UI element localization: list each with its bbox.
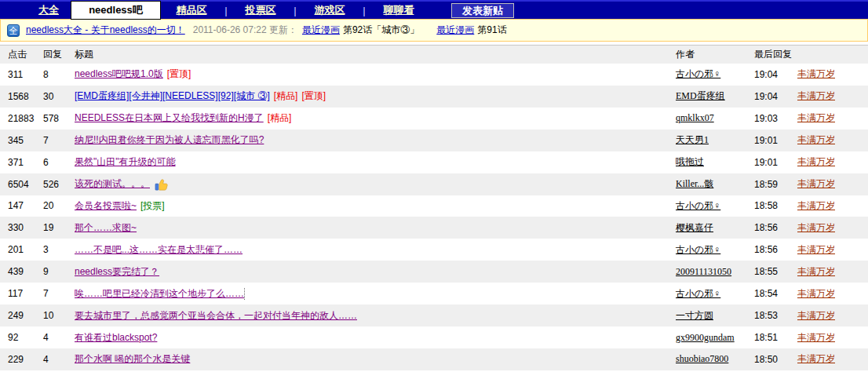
reply-count: 10 [43,310,75,321]
thread-tag: [精品] [268,111,292,125]
reply-count: 30 [43,91,75,102]
thread-row: 21883578NEEDLESS在日本网上又给我找到新的H漫了[精品]qmklk… [0,108,868,129]
thread-row: 1177唉……吧里已经冷清到这个地步了么……古小の邪♀18:54丰满万岁 [0,283,868,305]
author-link[interactable]: 古小の邪♀ [676,244,720,255]
author-cell: 一寸方圆 [676,309,754,323]
latest-comic-link-2[interactable]: 最近漫画 [436,24,474,37]
last-reply-cell: 丰满万岁 [797,89,868,103]
thread-title-link[interactable]: [EMD蛋疼组][今井神][NEEDLESS][92][城市 ③] [75,89,270,103]
nav-tab-1[interactable]: needless吧 [71,1,161,20]
thread-title-link[interactable]: 那个……求图~ [75,221,137,235]
nav-tab-4[interactable]: 游戏区 [299,3,360,17]
thread-title-link[interactable]: 唉……吧里已经冷清到这个地步了么…… [75,287,244,301]
author-link[interactable]: 天天男1 [676,134,709,145]
click-count: 229 [8,354,43,365]
thread-title-link[interactable]: needless吧吧规1.0版 [75,67,163,81]
author-cell: EMD蛋疼组 [676,89,754,103]
nav-tab-3[interactable]: 投票区 [230,3,291,17]
author-link[interactable]: 樱枫嘉仔 [676,222,713,233]
author-link[interactable]: 古小の邪♀ [676,68,720,79]
reply-count: 8 [43,69,75,80]
thread-row: 4399needless要完结了？20091113105018:55丰满万岁 [0,261,868,283]
author-link[interactable]: 古小の邪♀ [676,200,720,211]
announcement-link[interactable]: needless大全 - 关于needless的一切！ [26,24,185,37]
title-cell: 该死的测试。。。 [75,177,676,191]
title-cell: NEEDLESS在日本网上又给我找到新的H漫了[精品] [75,111,676,125]
author-link[interactable]: gx9900gundam [676,332,735,343]
click-count: 21883 [8,113,43,124]
last-reply-cell: 丰满万岁 [797,309,868,323]
thread-row: 924有谁看过blackspot?gx9900gundam18:51丰满万岁 [0,326,868,348]
author-cell: qmklkx07 [676,112,754,124]
last-reply-link[interactable]: 丰满万岁 [797,156,835,167]
last-reply-link[interactable]: 丰满万岁 [797,353,835,364]
reply-count: 4 [43,332,75,343]
click-count: 249 [8,310,43,321]
reply-count: 7 [43,288,75,299]
last-reply-link[interactable]: 丰满万岁 [797,310,835,321]
last-reply-link[interactable]: 丰满万岁 [797,134,835,145]
thread-tag: [置顶] [167,67,191,81]
last-reply-link[interactable]: 丰满万岁 [797,200,835,211]
nav-tab-0[interactable]: 大全 [27,3,71,17]
thread-row: 14720会员名投票啦~[投票]古小の邪♀18:58丰满万岁 [0,195,868,217]
last-reply-link[interactable]: 丰满万岁 [797,244,835,255]
update-timestamp: 2011-06-26 07:22 更新： [193,24,297,37]
last-reply-link[interactable]: 丰满万岁 [797,112,835,123]
thread-title-link[interactable]: needless要完结了？ [75,265,159,279]
author-link[interactable]: 一寸方圆 [676,310,713,321]
author-link[interactable]: Killer...骸 [676,178,713,189]
last-reply-link[interactable]: 丰满万岁 [797,178,835,189]
thread-title-link[interactable]: NEEDLESS在日本网上又给我找到新的H漫了 [75,111,264,125]
author-link[interactable]: qmklkx07 [676,112,714,123]
nav-tab-2[interactable]: 精品区 [161,3,222,17]
last-reply-time: 18:54 [754,288,797,299]
thread-row: 156830[EMD蛋疼组][今井神][NEEDLESS][92][城市 ③][… [0,86,868,108]
thread-list: 3118needless吧吧规1.0版[置顶]古小の邪♀19:04丰满万岁156… [0,64,868,370]
last-reply-link[interactable]: 丰满万岁 [797,266,835,277]
announcement-bar: 全 needless大全 - 关于needless的一切！ 2011-06-26… [0,19,868,42]
author-link[interactable]: 哦拖过 [676,156,704,167]
last-reply-cell: 丰满万岁 [797,67,868,81]
last-reply-cell: 丰满万岁 [797,265,868,279]
header-replies: 回复 [43,48,75,61]
thread-title-link[interactable]: 果然"山田"有升级的可能 [75,155,176,169]
author-link[interactable]: EMD蛋疼组 [676,90,725,101]
last-reply-time: 18:56 [754,222,797,233]
title-cell: needless要完结了？ [75,265,676,279]
last-reply-time: 19:03 [754,113,797,124]
reply-count: 578 [43,113,75,124]
last-reply-link[interactable]: 丰满万岁 [797,68,835,79]
new-post-button[interactable]: 发表新贴 [451,3,514,18]
title-cell: 有谁看过blackspot? [75,331,676,345]
thread-title-link[interactable]: 有谁看过blackspot? [75,331,157,345]
author-cell: shuobiao7800 [676,353,754,365]
author-link[interactable]: 200911131050 [676,266,731,277]
thread-tag: [投票] [140,199,165,213]
click-count: 6504 [8,179,43,190]
click-count: 371 [8,157,43,168]
last-reply-time: 18:55 [754,266,797,277]
reply-count: 3 [43,244,75,255]
thread-title-link[interactable]: 该死的测试。。。 [75,177,150,191]
latest-comic-link-1[interactable]: 最近漫画 [302,24,340,37]
thread-title-link[interactable]: 纳尼!!内田君你终于因为被人遗忘而黑化了吗? [75,133,264,147]
thread-title-link[interactable]: 要去城市里了，总感觉两个亚当会合体，一起对付当年神的敌人…… [75,309,357,323]
last-reply-cell: 丰满万岁 [797,177,868,191]
last-reply-link[interactable]: 丰满万岁 [797,332,835,343]
thread-row: 2013……不是吧...这……实在是太悲催了……古小の邪♀18:56丰满万岁 [0,239,868,261]
latest-comic-text-1: 第92话「城市③」 [343,24,419,37]
click-count: 345 [8,135,43,146]
last-reply-link[interactable]: 丰满万岁 [797,288,835,299]
thread-title-link[interactable]: 那个水啊 喝的那个水是关键 [75,352,190,366]
thread-title-link[interactable]: ……不是吧...这……实在是太悲催了…… [75,243,243,257]
author-link[interactable]: 古小の邪♀ [676,288,720,299]
thumbs-up-icon [155,177,169,191]
author-link[interactable]: shuobiao7800 [676,353,728,364]
nav-tab-5[interactable]: 聊聊看 [368,3,429,17]
last-reply-link[interactable]: 丰满万岁 [797,90,835,101]
reply-count: 7 [43,135,75,146]
header-author: 作者 [676,48,754,61]
thread-title-link[interactable]: 会员名投票啦~ [75,199,137,213]
last-reply-link[interactable]: 丰满万岁 [797,222,835,233]
